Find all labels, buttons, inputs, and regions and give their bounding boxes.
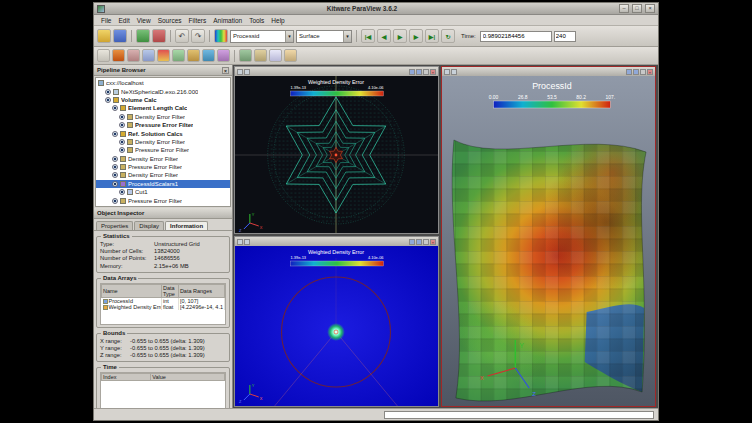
camera-redo-icon[interactable] <box>244 239 250 245</box>
split-horizontal-icon[interactable] <box>409 239 415 245</box>
maximize-button[interactable]: □ <box>632 4 642 13</box>
menu-help[interactable]: Help <box>268 16 287 25</box>
pipeline-item[interactable]: Pressure Error Filter <box>96 196 230 204</box>
eye-icon[interactable] <box>105 97 111 103</box>
time-value-field[interactable] <box>480 31 552 42</box>
render-view-bottom-left[interactable]: × <box>234 236 439 407</box>
pipeline-item[interactable]: Density Error Filter <box>96 138 230 146</box>
pipeline-item[interactable]: Density Error Filter <box>96 171 230 179</box>
menu-view[interactable]: View <box>134 16 154 25</box>
disconnect-server-icon[interactable] <box>152 29 166 43</box>
render-viewport-slice[interactable]: Weighted Density Error 1.39e-13 4.10e-06… <box>235 246 438 406</box>
eye-icon[interactable] <box>119 114 125 120</box>
split-vertical-icon[interactable] <box>416 69 422 75</box>
time-table[interactable]: Index Value <box>100 372 226 408</box>
pipeline-item-selected[interactable]: ProcessIdScalars1 <box>96 180 230 188</box>
pipeline-item[interactable]: Pressure Error Filter <box>96 163 230 171</box>
menu-filters[interactable]: Filters <box>186 16 210 25</box>
pipeline-item[interactable]: Element Length Calc <box>96 104 230 112</box>
maximize-view-icon[interactable] <box>423 239 429 245</box>
col-data-ranges[interactable]: Data Ranges <box>178 284 224 297</box>
eye-icon[interactable] <box>119 147 125 153</box>
color-by-array-select[interactable]: Processid ▾ <box>230 30 294 43</box>
eye-icon[interactable] <box>119 139 125 145</box>
pipeline-item-reader[interactable]: NeXtSphericalD.exo.216.000 <box>96 87 230 95</box>
object-inspector-header[interactable]: Object Inspector <box>94 208 232 219</box>
close-panel-icon[interactable]: × <box>222 67 229 74</box>
pipeline-item[interactable]: Pressure Error Filter <box>96 146 230 154</box>
save-data-icon[interactable] <box>113 29 127 43</box>
close-view-icon[interactable]: × <box>430 69 436 75</box>
render-viewport-mesh[interactable]: Weighted Density Error 1.39e-13 4.10e-06… <box>235 76 438 233</box>
table-row[interactable]: Weighted Density Error float [4.22496e-1… <box>102 304 225 310</box>
next-frame-button[interactable]: ▶ <box>409 29 423 43</box>
data-arrays-table[interactable]: Name Data Type Data Ranges ProcessId int… <box>100 283 226 325</box>
camera-redo-icon[interactable] <box>244 69 250 75</box>
split-horizontal-icon[interactable] <box>626 69 632 75</box>
pipeline-item[interactable]: Density Error Filter <box>96 155 230 163</box>
stream-tracer-icon[interactable] <box>202 49 215 62</box>
eye-icon[interactable] <box>112 164 118 170</box>
menu-sources[interactable]: Sources <box>155 16 185 25</box>
frame-spinner[interactable] <box>554 31 576 42</box>
eye-icon[interactable] <box>112 156 118 162</box>
representation-select[interactable]: Surface ▾ <box>296 30 352 43</box>
split-horizontal-icon[interactable] <box>409 69 415 75</box>
first-frame-button[interactable]: |◀ <box>361 29 375 43</box>
edit-color-map-icon[interactable] <box>214 29 228 43</box>
pipeline-item[interactable]: Density Error Filter <box>96 113 230 121</box>
minimize-button[interactable]: – <box>619 4 629 13</box>
col-value[interactable]: Value <box>151 374 225 381</box>
pipeline-item[interactable]: Pressure Error Filter <box>96 121 230 129</box>
menu-edit[interactable]: Edit <box>115 16 132 25</box>
split-vertical-icon[interactable] <box>416 239 422 245</box>
maximize-view-icon[interactable] <box>640 69 646 75</box>
col-name[interactable]: Name <box>102 284 162 297</box>
calculator-icon[interactable] <box>97 49 110 62</box>
menu-tools[interactable]: Tools <box>246 16 267 25</box>
camera-undo-icon[interactable] <box>237 69 243 75</box>
title-bar[interactable]: Kitware ParaView 3.6.2 – □ × <box>94 3 658 15</box>
render-viewport-processid[interactable]: ProcessId 0.00 26.8 53.5 80.2 107. Y X <box>442 76 655 406</box>
glyph-icon[interactable] <box>187 49 200 62</box>
pipeline-item[interactable]: Ref. Solution Calcs <box>96 129 230 137</box>
tab-display[interactable]: Display <box>134 221 164 230</box>
extract-level-icon[interactable] <box>254 49 267 62</box>
camera-undo-icon[interactable] <box>237 239 243 245</box>
pipeline-item[interactable]: Volume Calc <box>96 96 230 104</box>
contour-icon[interactable] <box>112 49 125 62</box>
redo-icon[interactable]: ↷ <box>191 29 205 43</box>
slice-icon[interactable] <box>142 49 155 62</box>
progress-field[interactable] <box>384 411 654 419</box>
tab-information[interactable]: Information <box>165 221 208 230</box>
camera-redo-icon[interactable] <box>451 69 457 75</box>
eye-icon[interactable] <box>112 105 118 111</box>
menu-file[interactable]: File <box>98 16 114 25</box>
connect-server-icon[interactable] <box>136 29 150 43</box>
threshold-icon[interactable] <box>157 49 170 62</box>
extract-subset-icon[interactable] <box>172 49 185 62</box>
eye-icon[interactable] <box>112 131 118 137</box>
probe-location-icon[interactable] <box>284 49 297 62</box>
last-frame-button[interactable]: ▶| <box>425 29 439 43</box>
col-index[interactable]: Index <box>102 374 151 381</box>
plot-over-line-icon[interactable] <box>269 49 282 62</box>
eye-icon[interactable] <box>112 181 118 187</box>
eye-icon[interactable] <box>119 122 125 128</box>
undo-icon[interactable]: ↶ <box>175 29 189 43</box>
pipeline-item-server[interactable]: cxx://localhost <box>96 79 230 87</box>
warp-vector-icon[interactable] <box>217 49 230 62</box>
eye-icon[interactable] <box>112 172 118 178</box>
close-button[interactable]: × <box>645 4 655 13</box>
clip-icon[interactable] <box>127 49 140 62</box>
previous-frame-button[interactable]: ◀ <box>377 29 391 43</box>
tab-properties[interactable]: Properties <box>96 221 133 230</box>
pipeline-item[interactable]: Cut1 <box>96 188 230 196</box>
close-view-icon[interactable]: × <box>647 69 653 75</box>
render-view-right[interactable]: × <box>441 66 656 407</box>
render-view-top-left[interactable]: × <box>234 66 439 234</box>
split-vertical-icon[interactable] <box>633 69 639 75</box>
group-datasets-icon[interactable] <box>239 49 252 62</box>
loop-button[interactable]: ↻ <box>441 29 455 43</box>
eye-icon[interactable] <box>112 198 118 204</box>
